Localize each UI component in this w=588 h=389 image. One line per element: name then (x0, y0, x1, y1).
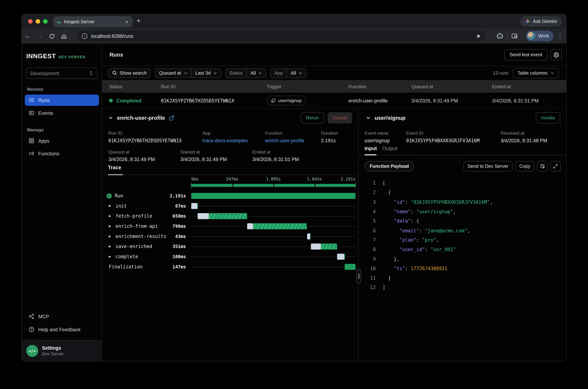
trace-bar-segment[interactable] (198, 213, 209, 219)
settings-gear-icon[interactable] (551, 49, 562, 60)
json-payload-code[interactable]: 1[2 {3 "id": "01KJXSYPSFHBXX03GRJFV3A16M… (359, 178, 566, 292)
line-number: 10 (359, 266, 376, 271)
search-tabs-icon[interactable] (511, 32, 518, 39)
back-button[interactable]: ← (22, 32, 34, 39)
tab-trace[interactable]: Trace (108, 165, 121, 170)
send-to-dev-server-button[interactable]: Send to Dev Server (464, 161, 513, 171)
tab-input[interactable]: Input (365, 146, 377, 151)
filter-bar: Show search Queued at Last 3d (102, 66, 566, 80)
function-payload-button[interactable]: Function Payload (365, 161, 414, 171)
table-columns-button[interactable]: Table columns (513, 68, 559, 78)
sidebar-item-functions[interactable]: Functions (25, 148, 99, 159)
word-wrap-icon[interactable] (537, 161, 548, 171)
trace-bar-segment[interactable] (311, 243, 321, 249)
trace-row[interactable]: ▶save-enriched351ms (102, 241, 358, 252)
trace-bar-segment[interactable] (253, 223, 307, 229)
function-link[interactable]: enrich-user-profile (265, 138, 321, 143)
dev-server-code-icon: </> (26, 345, 38, 357)
trace-row-label: ▶enrichment-results43ms (107, 231, 186, 241)
trace-row[interactable]: ▶enrich-from-api798ms (102, 221, 358, 231)
timeline-minimap[interactable] (191, 184, 355, 187)
trace-row[interactable]: ✓Run2.191s (102, 191, 358, 201)
expand-icon[interactable] (550, 161, 561, 171)
trace-bar-segment[interactable] (209, 213, 247, 219)
column-header-queued-at[interactable]: Queued at (412, 84, 492, 89)
column-header-function[interactable]: Function (348, 84, 412, 89)
column-header-status[interactable]: Status (109, 84, 161, 89)
ask-gemini-label: Ask Gemini (533, 19, 557, 24)
column-header-trigger[interactable]: Trigger (266, 84, 348, 89)
sidebar-item-mcp[interactable]: MCP (25, 311, 99, 322)
tab-output[interactable]: Output (382, 146, 397, 151)
trace-bar-segment[interactable] (247, 223, 253, 229)
cancel-button[interactable]: Cancel (328, 112, 352, 124)
site-info-icon[interactable]: i (82, 33, 88, 39)
bookmark-star-icon[interactable]: ★ (476, 33, 481, 39)
close-window-button[interactable] (28, 19, 33, 24)
code-text: } (382, 275, 391, 281)
reload-button[interactable] (46, 33, 58, 39)
trace-bar-segment[interactable] (345, 264, 356, 270)
sidebar-item-runs[interactable]: Runs (25, 95, 99, 106)
trace-row[interactable]: ▶fetch-profile658ms (102, 211, 358, 221)
minimize-window-button[interactable] (36, 19, 40, 24)
trace-bar-segment[interactable] (307, 233, 310, 239)
ask-gemini-button[interactable]: Ask Gemini (520, 16, 562, 27)
external-link-icon[interactable] (169, 115, 174, 121)
browser-tab[interactable]: ∞ Inngest Server × (53, 16, 133, 28)
app-link[interactable]: trace-docs-examples (203, 138, 265, 143)
trace-row-label: ▶init87ms (107, 201, 186, 211)
line-number: 2 (359, 190, 376, 195)
column-header-run-id[interactable]: Run ID (161, 84, 267, 89)
sidebar-item-events[interactable]: Events (25, 107, 99, 119)
close-tab-icon[interactable]: × (125, 19, 129, 25)
app-filter-value[interactable]: All (287, 68, 306, 77)
address-bar[interactable]: i localhost:8288/runs ★ (77, 30, 485, 42)
collapse-chevron-icon[interactable] (366, 115, 371, 121)
new-tab-button[interactable]: + (137, 17, 141, 25)
column-header-ended-at[interactable]: Ended at (492, 84, 566, 89)
show-search-button[interactable]: Show search (108, 68, 151, 78)
trace-row-label: Finalization147ms (107, 262, 186, 272)
page-title: Runs (110, 52, 123, 58)
trace-bar-segment[interactable] (191, 193, 355, 199)
chevron-right-icon[interactable]: ▶ (109, 224, 113, 228)
trace-bar-segment[interactable] (337, 254, 344, 259)
chevron-right-icon[interactable]: ▶ (109, 234, 113, 238)
trigger-pill[interactable]: user/signup (266, 96, 306, 105)
trace-bar-segment[interactable] (191, 203, 197, 209)
maximize-window-button[interactable] (43, 19, 48, 24)
forward-button[interactable]: → (34, 32, 46, 39)
environment-select[interactable]: Development (26, 67, 97, 79)
chevron-right-icon[interactable]: ▶ (109, 255, 113, 258)
sidebar-item-apps[interactable]: Apps (25, 135, 99, 146)
home-button[interactable] (58, 33, 70, 39)
trace-bar-segment[interactable] (197, 203, 198, 209)
runs-count: 13 runs (493, 70, 508, 76)
time-range-filter[interactable]: Last 3d (191, 68, 221, 77)
extensions-icon[interactable] (497, 32, 503, 39)
copy-button[interactable]: Copy (515, 161, 534, 171)
trace-row[interactable]: ▶complete100ms (102, 252, 358, 262)
functions-list-icon (29, 151, 34, 157)
browser-menu-icon[interactable]: ⋮ (557, 33, 562, 39)
table-row[interactable]: Completed 01KJXSYPZYB6TH2DSDSYETWN1X use… (102, 93, 566, 109)
panel-resize-handle[interactable] (356, 269, 361, 283)
trace-row[interactable]: ▶enrichment-results43ms (102, 231, 358, 241)
send-test-event-button[interactable]: Send test event (504, 49, 547, 60)
trace-row[interactable]: Finalization147ms (102, 262, 358, 272)
settings-footer[interactable]: </> Settings Dev Server (22, 340, 102, 361)
trace-row[interactable]: ▶init87ms (102, 201, 358, 211)
collapse-chevron-icon[interactable] (108, 115, 113, 121)
chevron-right-icon[interactable]: ▶ (109, 204, 113, 208)
chevron-right-icon[interactable]: ▶ (109, 214, 113, 218)
status-filter-value[interactable]: All (247, 68, 266, 77)
profile-button[interactable]: Work (526, 31, 554, 41)
queued-at-filter[interactable]: Queued at (155, 68, 191, 77)
url-text[interactable]: localhost:8288/runs (91, 33, 476, 39)
invoke-button[interactable]: Invoke (536, 112, 560, 124)
rerun-button[interactable]: Rerun (301, 112, 324, 124)
trace-bar-segment[interactable] (321, 243, 337, 249)
chevron-right-icon[interactable]: ▶ (109, 245, 113, 248)
sidebar-item-help[interactable]: Help and Feedback (25, 324, 99, 335)
